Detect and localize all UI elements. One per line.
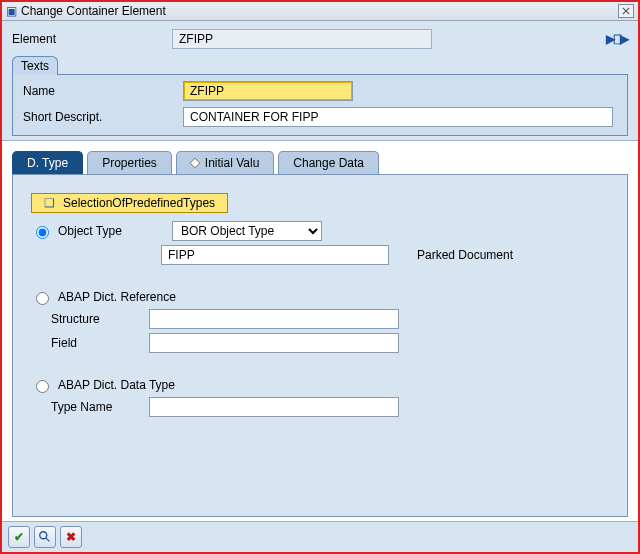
header-region: Element ZFIPP ▶⎕▶ Texts Name Short Descr… xyxy=(2,21,638,141)
tab-properties[interactable]: Properties xyxy=(87,151,172,174)
main-area: D. Type Properties Initial Valu Change D… xyxy=(2,141,638,521)
window-modal-icon: ▣ xyxy=(6,4,17,18)
cancel-button[interactable]: ✖ xyxy=(60,526,82,548)
svg-point-0 xyxy=(40,532,47,539)
texts-box: Name Short Descript. xyxy=(12,74,628,136)
object-type-desc: Parked Document xyxy=(417,248,513,262)
field-input[interactable] xyxy=(149,333,399,353)
dialog-window: ▣ Change Container Element Element ZFIPP… xyxy=(0,0,640,554)
tab-dtype-label: D. Type xyxy=(27,156,68,170)
typename-input[interactable] xyxy=(149,397,399,417)
element-label: Element xyxy=(12,32,172,46)
find-button[interactable] xyxy=(34,526,56,548)
diamond-icon xyxy=(189,157,200,168)
tab-initial-label: Initial Valu xyxy=(205,156,259,170)
radio-abap-dict-datatype[interactable] xyxy=(36,380,49,393)
close-icon[interactable] xyxy=(618,4,634,18)
element-value: ZFIPP xyxy=(179,32,213,46)
tab-change-data[interactable]: Change Data xyxy=(278,151,379,174)
name-label: Name xyxy=(23,84,183,98)
typename-label: Type Name xyxy=(51,400,141,414)
footer-toolbar: ✔ ✖ xyxy=(2,521,638,552)
magnifier-icon xyxy=(38,530,52,544)
abap-dict-ref-label: ABAP Dict. Reference xyxy=(58,290,176,304)
texts-tab-label: Texts xyxy=(21,59,49,73)
window-title: Change Container Element xyxy=(21,4,618,18)
object-type-select[interactable]: BOR Object Type xyxy=(172,221,322,241)
structure-input[interactable] xyxy=(149,309,399,329)
x-icon: ✖ xyxy=(66,530,76,544)
check-icon: ✔ xyxy=(14,530,24,544)
dtype-panel: ❑ SelectionOfPredefinedTypes Object Type… xyxy=(12,174,628,517)
abap-dict-datatype-label: ABAP Dict. Data Type xyxy=(58,378,175,392)
name-input[interactable] xyxy=(183,81,353,101)
structure-label: Structure xyxy=(51,312,141,326)
short-desc-input[interactable] xyxy=(183,107,613,127)
short-desc-label: Short Descript. xyxy=(23,110,183,124)
tab-change-label: Change Data xyxy=(293,156,364,170)
object-type-value-input[interactable] xyxy=(161,245,389,265)
tab-properties-label: Properties xyxy=(102,156,157,170)
field-label: Field xyxy=(51,336,141,350)
predefined-types-label: SelectionOfPredefinedTypes xyxy=(63,196,215,210)
object-type-label: Object Type xyxy=(58,224,166,238)
titlebar: ▣ Change Container Element xyxy=(2,2,638,21)
ok-button[interactable]: ✔ xyxy=(8,526,30,548)
tabstrip: D. Type Properties Initial Valu Change D… xyxy=(12,151,628,174)
cube-icon: ❑ xyxy=(44,196,55,210)
tab-initial-value[interactable]: Initial Valu xyxy=(176,151,274,174)
radio-object-type[interactable] xyxy=(36,226,49,239)
element-field: ZFIPP xyxy=(172,29,432,49)
predefined-types-button[interactable]: ❑ SelectionOfPredefinedTypes xyxy=(31,193,228,213)
radio-abap-dict-ref[interactable] xyxy=(36,292,49,305)
tab-dtype[interactable]: D. Type xyxy=(12,151,83,174)
svg-line-1 xyxy=(46,538,50,542)
texts-tab: Texts xyxy=(12,56,58,75)
nav-next-icon[interactable]: ▶⎕▶ xyxy=(606,32,628,46)
